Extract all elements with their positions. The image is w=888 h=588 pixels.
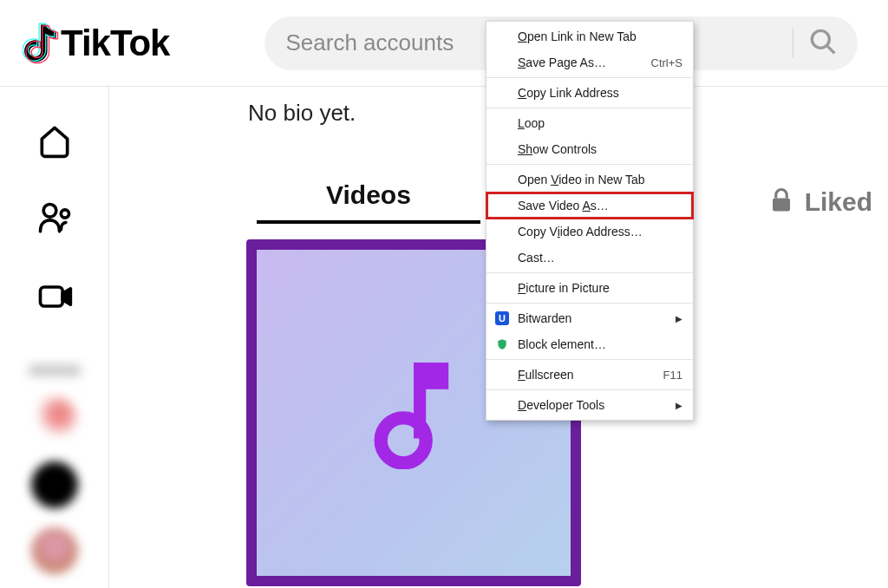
- cm-copy-video-address[interactable]: Copy Viideo Address…: [486, 219, 693, 245]
- cm-save-video-as[interactable]: Save Video As…: [486, 193, 693, 219]
- context-menu: Open Link in New Tab Save Page As… Ctrl+…: [486, 21, 694, 421]
- tiktok-note-icon: [23, 23, 59, 64]
- avatar[interactable]: [31, 527, 78, 574]
- cm-show-controls[interactable]: Show Controls: [486, 136, 693, 162]
- tab-videos[interactable]: Videos: [257, 180, 480, 224]
- avatar[interactable]: [31, 395, 78, 442]
- tab-liked[interactable]: Liked: [768, 187, 872, 217]
- avatar[interactable]: [31, 461, 78, 508]
- cm-picture-in-picture[interactable]: Picture in Picture: [486, 275, 693, 301]
- cm-separator: [486, 272, 693, 273]
- cm-developer-tools[interactable]: Developer Tools ▶: [486, 392, 693, 418]
- svg-rect-4: [40, 287, 62, 306]
- cm-save-page[interactable]: Save Page As… Ctrl+S: [486, 49, 693, 75]
- svg-point-0: [812, 30, 829, 48]
- suggested-accounts: [29, 364, 81, 574]
- home-icon[interactable]: [36, 121, 74, 160]
- cm-cast[interactable]: Cast…: [486, 245, 693, 271]
- cm-block-element[interactable]: Block element…: [486, 331, 693, 357]
- submenu-arrow-icon: ▶: [676, 401, 682, 410]
- svg-point-3: [61, 210, 69, 218]
- shield-icon: [495, 337, 509, 351]
- cm-separator: [486, 303, 693, 304]
- bitwarden-icon: U: [495, 311, 509, 325]
- cm-separator: [486, 359, 693, 360]
- live-icon[interactable]: [36, 278, 74, 316]
- header: TikTok Search accounts: [0, 0, 888, 87]
- brand-logo[interactable]: TikTok: [23, 23, 169, 64]
- cm-separator: [486, 108, 693, 108]
- cm-open-video[interactable]: Open Video in New Tab: [486, 167, 693, 193]
- music-note-icon: [372, 356, 455, 469]
- brand-text: TikTok: [61, 23, 169, 64]
- cm-loop[interactable]: Loop: [486, 110, 693, 136]
- cm-separator: [486, 389, 693, 390]
- cm-separator: [486, 164, 693, 165]
- svg-line-1: [827, 46, 834, 53]
- search-divider: [793, 29, 793, 58]
- cm-open-link[interactable]: Open Link in New Tab: [486, 23, 693, 49]
- sidebar: [0, 87, 109, 588]
- svg-rect-5: [773, 199, 790, 212]
- search-icon[interactable]: [809, 28, 837, 59]
- lock-icon: [768, 187, 794, 217]
- submenu-arrow-icon: ▶: [676, 314, 682, 323]
- cm-separator: [486, 77, 693, 78]
- cm-copy-link[interactable]: Copy Link Address: [486, 80, 693, 106]
- cm-bitwarden[interactable]: U Bitwarden ▶: [486, 305, 693, 331]
- following-icon[interactable]: [36, 199, 74, 238]
- svg-point-8: [381, 418, 426, 463]
- tab-liked-label: Liked: [805, 187, 872, 217]
- cm-fullscreen[interactable]: Fullscreen F11: [486, 362, 693, 388]
- svg-point-2: [43, 205, 56, 218]
